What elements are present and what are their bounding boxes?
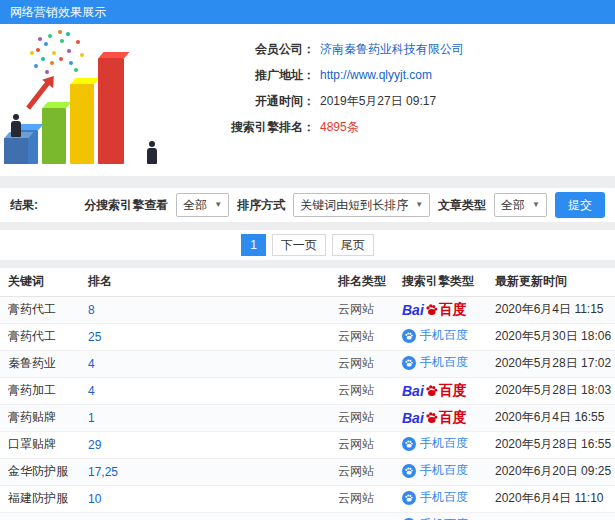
engine-cell: Bai 百度 手机百度 xyxy=(394,458,487,485)
rank-link[interactable]: 8 xyxy=(88,303,95,317)
results-label: 结果: xyxy=(10,197,38,214)
engine-cell: Bai 百度 手机百度 xyxy=(394,485,487,512)
baidu-paw-icon xyxy=(425,384,438,397)
baidu-paw-icon xyxy=(425,411,438,424)
baidu-paw-icon xyxy=(425,303,438,316)
sort-select-value: 关键词由短到长排序 xyxy=(300,197,408,214)
baidu-logo: Bai 百度 xyxy=(402,382,467,400)
rank-type-cell: 云网站 xyxy=(330,458,394,485)
rank-cell: 1 xyxy=(80,404,330,431)
rank-type-cell: 云网站 xyxy=(330,323,394,350)
rank-cell xyxy=(80,512,330,520)
keyword-cell: 金华防护服 xyxy=(0,458,80,485)
rank-link[interactable]: 4 xyxy=(88,357,95,371)
rank-type-cell: 云网站 xyxy=(330,431,394,458)
rank-link[interactable]: 1 xyxy=(88,411,95,425)
keyword-cell: 膏药加工 xyxy=(0,377,80,404)
page-1-button[interactable]: 1 xyxy=(241,234,266,256)
title-bar: 网络营销效果展示 xyxy=(0,0,615,24)
mobile-baidu-badge: 手机百度 xyxy=(402,489,468,506)
rank-cell: 29 xyxy=(80,431,330,458)
updated-cell: 2020年5月30日 18:06 xyxy=(487,323,615,350)
rank-cell: 8 xyxy=(80,296,330,323)
table-header-row: 关键词 排名 排名类型 搜索引擎类型 最新更新时间 xyxy=(0,268,615,296)
engine-cell: Bai 百度 手机百度 xyxy=(394,323,487,350)
article-type-label: 文章类型 xyxy=(438,197,486,214)
rank-cell: 25 xyxy=(80,323,330,350)
open-time-row: 开通时间： 2019年5月27日 09:17 xyxy=(185,88,615,114)
engine-cell: Bai 百度 手机百度 xyxy=(394,512,487,520)
rank-link[interactable]: 10 xyxy=(88,492,101,506)
rank-type-cell xyxy=(330,512,394,520)
baidu-logo: Bai 百度 xyxy=(402,409,467,427)
keyword-cell: 秦鲁药业 xyxy=(0,350,80,377)
rank-count-row: 搜索引擎排名： 4895条 xyxy=(185,114,615,140)
keyword-cell: 膏药代工 xyxy=(0,296,80,323)
updated-cell: 2020年5月28日 17:02 xyxy=(487,350,615,377)
results-table-panel: 关键词 排名 排名类型 搜索引擎类型 最新更新时间 膏药代工 8 云网站 Bai… xyxy=(0,268,615,520)
mobile-baidu-badge: 手机百度 xyxy=(402,462,468,479)
rank-link[interactable]: 25 xyxy=(88,330,101,344)
keyword-cell: 膏药贴牌 xyxy=(0,404,80,431)
confetti-decoration xyxy=(36,48,40,52)
keyword-cell: 膏药代工 xyxy=(0,323,80,350)
engine-select[interactable]: 全部 ▼ xyxy=(176,193,229,217)
pagination: 1 下一页 尾页 xyxy=(0,230,615,260)
promo-url-link[interactable]: http://www.qlyyjt.com xyxy=(320,68,432,82)
chart-bar-yellow xyxy=(70,84,94,164)
chart-bar-green xyxy=(42,108,66,164)
sort-filter-label: 排序方式 xyxy=(237,197,285,214)
rank-type-cell: 云网站 xyxy=(330,350,394,377)
article-type-select[interactable]: 全部 ▼ xyxy=(494,193,547,217)
table-row: Bai 百度 手机百度 xyxy=(0,512,615,520)
col-header-engine-type: 搜索引擎类型 xyxy=(394,268,487,296)
company-name-link[interactable]: 济南秦鲁药业科技有限公司 xyxy=(320,41,464,58)
rank-link[interactable]: 17,25 xyxy=(88,465,118,479)
table-row: 膏药加工 4 云网站 Bai 百度 手机百度 2020年5月28日 18:03 xyxy=(0,377,615,404)
col-header-rank: 排名 xyxy=(80,268,330,296)
rank-cell: 4 xyxy=(80,377,330,404)
rank-link[interactable]: 4 xyxy=(88,384,95,398)
updated-cell: 2020年5月28日 16:55 xyxy=(487,431,615,458)
engine-cell: Bai 百度 手机百度 xyxy=(394,404,487,431)
rank-type-cell: 云网站 xyxy=(330,404,394,431)
rank-count-value: 4895条 xyxy=(320,119,359,136)
podium-cube xyxy=(4,138,28,164)
engine-select-value: 全部 xyxy=(183,197,207,214)
promo-url-label: 推广地址： xyxy=(185,67,315,84)
company-label: 会员公司： xyxy=(185,41,315,58)
page-title: 网络营销效果展示 xyxy=(10,4,106,21)
updated-cell: 2020年6月4日 11:15 xyxy=(487,296,615,323)
last-page-button[interactable]: 尾页 xyxy=(332,234,374,256)
col-header-keyword: 关键词 xyxy=(0,268,80,296)
mobile-baidu-paw-icon xyxy=(402,356,416,370)
rank-link[interactable]: 29 xyxy=(88,438,101,452)
submit-button[interactable]: 提交 xyxy=(555,192,605,218)
updated-cell: 2020年6月20日 09:25 xyxy=(487,458,615,485)
businessman-figure-left xyxy=(10,114,22,137)
mobile-baidu-paw-icon xyxy=(402,437,416,451)
table-row: 膏药代工 8 云网站 Bai 百度 手机百度 2020年6月4日 11:15 xyxy=(0,296,615,323)
mobile-baidu-badge: 手机百度 xyxy=(402,354,468,371)
updated-cell: 2020年6月4日 11:10 xyxy=(487,485,615,512)
rank-type-cell: 云网站 xyxy=(330,377,394,404)
mobile-baidu-badge: 手机百度 xyxy=(402,435,468,452)
table-row: 秦鲁药业 4 云网站 Bai 百度 手机百度 2020年5月28日 17:02 xyxy=(0,350,615,377)
company-row: 会员公司： 济南秦鲁药业科技有限公司 xyxy=(185,36,615,62)
mobile-baidu-paw-icon xyxy=(402,464,416,478)
chevron-down-icon: ▼ xyxy=(214,201,222,209)
rank-count-label: 搜索引擎排名： xyxy=(185,119,315,136)
sort-select[interactable]: 关键词由短到长排序 ▼ xyxy=(293,193,430,217)
article-type-value: 全部 xyxy=(501,197,525,214)
results-filter-bar: 结果: 分搜索引擎查看 全部 ▼ 排序方式 关键词由短到长排序 ▼ 文章类型 全… xyxy=(0,188,615,222)
next-page-button[interactable]: 下一页 xyxy=(272,234,326,256)
updated-cell xyxy=(487,512,615,520)
chart-bar-red xyxy=(98,58,124,164)
chevron-down-icon: ▼ xyxy=(532,201,540,209)
rank-cell: 17,25 xyxy=(80,458,330,485)
updated-cell: 2020年6月4日 16:55 xyxy=(487,404,615,431)
col-header-rank-type: 排名类型 xyxy=(330,268,394,296)
engine-cell: Bai 百度 手机百度 xyxy=(394,296,487,323)
engine-cell: Bai 百度 手机百度 xyxy=(394,377,487,404)
open-time-label: 开通时间： xyxy=(185,93,315,110)
